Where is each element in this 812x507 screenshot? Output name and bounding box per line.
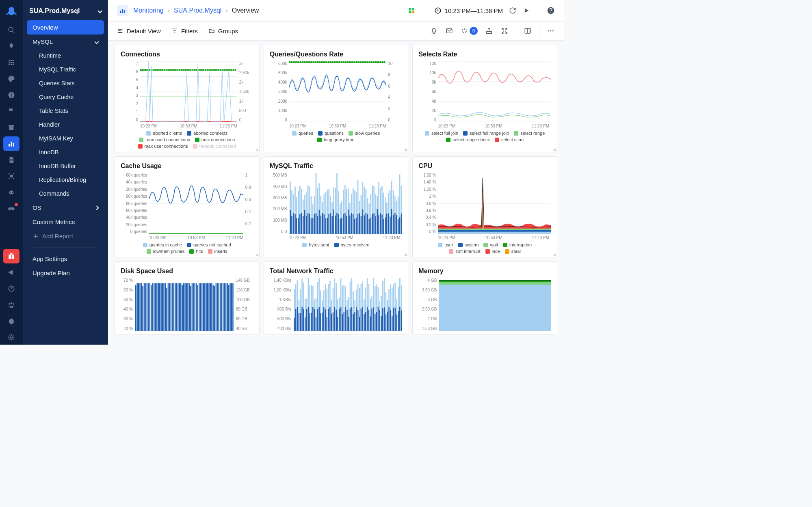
rail-globe[interactable]: [3, 330, 19, 345]
filters-button[interactable]: Filters: [171, 28, 198, 35]
context-selector[interactable]: SUA.Prod.Mysql: [23, 3, 108, 19]
svg-rect-389: [371, 296, 372, 308]
rail-rocket[interactable]: [3, 39, 19, 54]
svg-rect-382: [366, 307, 368, 331]
sidebar-item-runtime[interactable]: Runtime: [27, 49, 104, 63]
dashboard-grid-icon[interactable]: [407, 6, 416, 15]
sidebar-item-innodb[interactable]: InnoDB: [27, 145, 104, 159]
groups-button[interactable]: Groups: [208, 28, 238, 35]
sidebar-item-innodb-buffer[interactable]: InnoDB Buffer: [27, 159, 104, 173]
y-axis-left: 500 MB400 MB300 MB200 MB100 MB0 B: [270, 173, 289, 234]
rail-grid[interactable]: [3, 55, 19, 70]
sidebar-item-custom-metrics[interactable]: Custom Metrics: [27, 215, 104, 229]
svg-point-44: [550, 12, 551, 13]
panel-cpu[interactable]: CPU 1.60 %1.40 %1.20 %1 %0.8 %0.6 %0.4 %…: [412, 156, 557, 257]
svg-point-49: [550, 30, 552, 32]
svg-rect-387: [370, 299, 371, 317]
panel-cache[interactable]: Cache Usage 60k queries40k queries20k qu…: [115, 156, 260, 257]
legend: queries in cache queries not cached lowm…: [121, 240, 253, 254]
svg-rect-14: [9, 125, 14, 127]
svg-rect-317: [315, 298, 316, 317]
x-axis: 10:23 PM10:53 PM11:23 PM: [121, 122, 253, 128]
resize-handle[interactable]: [255, 253, 258, 256]
sidebar-item-queries-stats[interactable]: Queries Stats: [27, 76, 104, 90]
x-axis: 10:23 PM10:53 PM11:23 PM: [270, 122, 403, 128]
fullscreen-button[interactable]: [500, 27, 509, 35]
default-view-button[interactable]: Default View: [117, 28, 161, 35]
svg-rect-419: [394, 283, 396, 308]
panel-title: Memory: [418, 268, 551, 275]
rail-flag[interactable]: [3, 104, 19, 119]
breadcrumb-context[interactable]: SUA.Prod.Mysql: [174, 7, 221, 14]
sidebar-item-overview[interactable]: Overview: [27, 20, 104, 35]
resize-handle[interactable]: [553, 253, 556, 256]
resize-handle[interactable]: [404, 148, 407, 151]
svg-rect-126: [330, 196, 331, 213]
rail-search[interactable]: [3, 23, 19, 37]
rail-scan[interactable]: [3, 169, 19, 183]
export-button[interactable]: [485, 27, 493, 35]
sidebar-item-app-settings[interactable]: App Settings: [27, 252, 104, 266]
svg-rect-267: [204, 283, 206, 331]
svg-rect-225: [145, 283, 146, 331]
panel-traffic[interactable]: MySQL Traffic 500 MB400 MB300 MB200 MB10…: [264, 156, 409, 257]
rail-gift[interactable]: [3, 249, 19, 263]
svg-rect-333: [328, 284, 329, 309]
sidebar-item-commands[interactable]: Commands: [27, 187, 104, 201]
add-report-button[interactable]: Add Report: [27, 229, 104, 243]
resize-handle[interactable]: [553, 148, 556, 151]
svg-rect-226: [147, 283, 148, 331]
rail-document[interactable]: [3, 153, 19, 167]
rail-megaphone[interactable]: [3, 265, 19, 280]
resize-handle[interactable]: [404, 253, 407, 256]
panel-disk[interactable]: Disk Space Used 70 %60 %50 %40 %30 %20 %…: [115, 261, 260, 334]
svg-rect-300: [303, 309, 304, 331]
sidebar-item-query-cache[interactable]: Query Cache: [27, 90, 104, 104]
rail-help[interactable]: [3, 281, 19, 296]
svg-rect-338: [332, 312, 333, 331]
app-logo[interactable]: [3, 3, 19, 19]
sidebar-item-handler[interactable]: Handler: [27, 118, 104, 132]
rail-alert[interactable]: [3, 88, 19, 102]
svg-rect-279: [221, 283, 222, 331]
sidebar-group-mysql[interactable]: MySQL: [27, 35, 104, 49]
svg-rect-152: [351, 194, 352, 213]
rail-monitoring[interactable]: [3, 136, 19, 151]
svg-rect-413: [390, 284, 391, 310]
rail-settings[interactable]: [3, 314, 19, 328]
svg-rect-263: [199, 283, 200, 331]
split-view-button[interactable]: [524, 27, 532, 35]
monitoring-icon: [117, 5, 128, 16]
panel-network[interactable]: Total Network Traffic 1.40 KB/s1.20 KB/s…: [264, 261, 409, 334]
svg-rect-246: [175, 283, 176, 331]
svg-rect-142: [343, 190, 344, 214]
svg-rect-271: [210, 283, 211, 331]
time-range-picker[interactable]: 10:23 PM—11:38 PM: [434, 7, 503, 14]
panel-selects[interactable]: Selects Rate 12k10k8k6k4k2k0 10:: [412, 45, 557, 152]
sidebar-item-upgrade-plan[interactable]: Upgrade Plan: [27, 266, 104, 280]
panel-queries[interactable]: Queries/Questions Rate 600k500k400k300k2…: [264, 45, 409, 152]
resize-handle[interactable]: [255, 148, 258, 151]
breadcrumb-root[interactable]: Monitoring: [133, 7, 164, 14]
help-button[interactable]: [547, 6, 555, 15]
rail-team[interactable]: [3, 298, 19, 312]
panel-memory[interactable]: Memory 4 GB3.50 GB3 GB2.50 GB2 GB1.50 GB: [412, 261, 557, 334]
sidebar-item-replication[interactable]: Replication/Binlog: [27, 173, 104, 187]
more-button[interactable]: [547, 27, 555, 35]
panel-connections[interactable]: Connections 76543210 3k2: [115, 45, 260, 152]
rail-palette[interactable]: [3, 71, 19, 86]
sidebar-group-os[interactable]: OS: [27, 201, 104, 215]
svg-rect-258: [192, 283, 193, 331]
svg-rect-25: [11, 190, 12, 191]
rail-game[interactable]: [3, 201, 19, 216]
mail-button[interactable]: [445, 27, 453, 35]
anomaly-button[interactable]: 0: [461, 27, 478, 35]
bell-button[interactable]: [430, 27, 438, 35]
play-button[interactable]: [522, 6, 531, 15]
sidebar-item-mysql-traffic[interactable]: MySQL Traffic: [27, 63, 104, 76]
rail-bot[interactable]: [3, 185, 19, 200]
refresh-button[interactable]: [509, 6, 517, 15]
sidebar-item-myisam-key[interactable]: MyISAM Key: [27, 132, 104, 145]
rail-archive[interactable]: [3, 120, 19, 135]
sidebar-item-table-stats[interactable]: Table Stats: [27, 104, 104, 118]
